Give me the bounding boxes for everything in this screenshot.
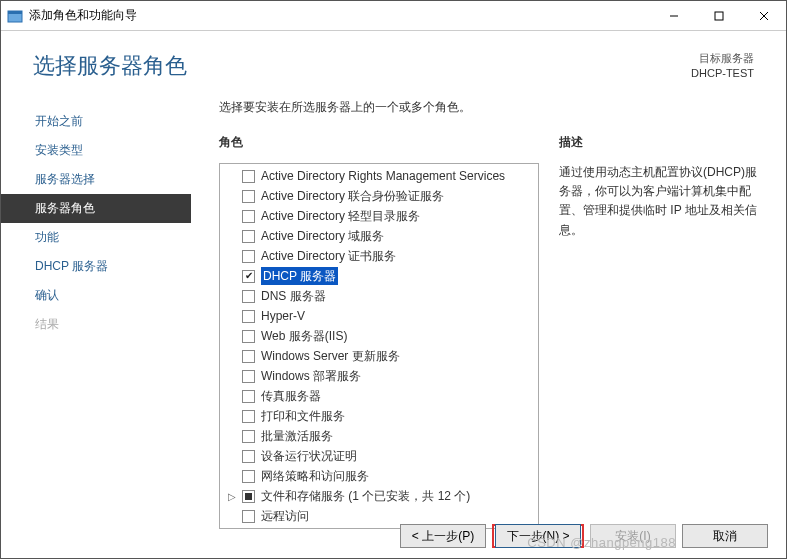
target-server-host: DHCP-TEST xyxy=(691,66,754,81)
install-button: 安装(I) xyxy=(590,524,676,548)
wizard-sidebar: 开始之前安装类型服务器选择服务器角色功能DHCP 服务器确认结果 xyxy=(1,89,191,529)
role-label: Active Directory 轻型目录服务 xyxy=(261,207,420,225)
svg-rect-1 xyxy=(8,11,22,14)
cancel-button[interactable]: 取消 xyxy=(682,524,768,548)
expander-icon[interactable]: ▷ xyxy=(226,489,238,504)
sidebar-item-2[interactable]: 服务器选择 xyxy=(1,165,191,194)
role-label: Active Directory 证书服务 xyxy=(261,247,396,265)
role-label: 打印和文件服务 xyxy=(261,407,345,425)
roles-list[interactable]: Active Directory Rights Management Servi… xyxy=(219,163,539,529)
role-checkbox[interactable] xyxy=(242,490,255,503)
role-checkbox[interactable] xyxy=(242,230,255,243)
role-row-16[interactable]: ▷文件和存储服务 (1 个已安装，共 12 个) xyxy=(220,486,538,506)
window-controls xyxy=(651,1,786,30)
role-label: Windows Server 更新服务 xyxy=(261,347,400,365)
sidebar-item-4[interactable]: 功能 xyxy=(1,223,191,252)
role-row-7[interactable]: Hyper-V xyxy=(220,306,538,326)
svg-rect-3 xyxy=(715,12,723,20)
role-checkbox[interactable] xyxy=(242,170,255,183)
role-label: Active Directory 联合身份验证服务 xyxy=(261,187,444,205)
role-label: DNS 服务器 xyxy=(261,287,326,305)
role-checkbox[interactable] xyxy=(242,350,255,363)
role-row-5[interactable]: DHCP 服务器 xyxy=(220,266,538,286)
role-row-2[interactable]: Active Directory 轻型目录服务 xyxy=(220,206,538,226)
role-label: 网络策略和访问服务 xyxy=(261,467,369,485)
role-row-12[interactable]: 打印和文件服务 xyxy=(220,406,538,426)
role-label: Active Directory 域服务 xyxy=(261,227,384,245)
next-button-highlight: 下一步(N) > xyxy=(492,524,584,548)
role-row-4[interactable]: Active Directory 证书服务 xyxy=(220,246,538,266)
role-checkbox[interactable] xyxy=(242,410,255,423)
roles-heading: 角色 xyxy=(219,134,539,151)
prev-button[interactable]: < 上一步(P) xyxy=(400,524,486,548)
window-title: 添加角色和功能向导 xyxy=(29,7,137,24)
role-row-14[interactable]: 设备运行状况证明 xyxy=(220,446,538,466)
description-text: 通过使用动态主机配置协议(DHCP)服务器，你可以为客户端计算机集中配置、管理和… xyxy=(559,163,768,240)
sidebar-item-3[interactable]: 服务器角色 xyxy=(1,194,191,223)
description-column: 描述 通过使用动态主机配置协议(DHCP)服务器，你可以为客户端计算机集中配置、… xyxy=(539,134,776,529)
next-button[interactable]: 下一步(N) > xyxy=(495,524,581,548)
wizard-content: 选择要安装在所选服务器上的一个或多个角色。 角色 Active Director… xyxy=(191,89,786,529)
role-checkbox[interactable] xyxy=(242,250,255,263)
role-label: 传真服务器 xyxy=(261,387,321,405)
role-checkbox[interactable] xyxy=(242,510,255,523)
role-row-0[interactable]: Active Directory Rights Management Servi… xyxy=(220,166,538,186)
role-checkbox[interactable] xyxy=(242,190,255,203)
wizard-header: 选择服务器角色 目标服务器 DHCP-TEST xyxy=(1,31,786,89)
role-row-15[interactable]: 网络策略和访问服务 xyxy=(220,466,538,486)
role-label: Active Directory Rights Management Servi… xyxy=(261,167,505,185)
sidebar-item-1[interactable]: 安装类型 xyxy=(1,136,191,165)
role-row-13[interactable]: 批量激活服务 xyxy=(220,426,538,446)
sidebar-item-6[interactable]: 确认 xyxy=(1,281,191,310)
minimize-button[interactable] xyxy=(651,1,696,30)
roles-column: 角色 Active Directory Rights Management Se… xyxy=(219,134,539,529)
role-label: 远程桌面服务 xyxy=(261,527,333,529)
page-title: 选择服务器角色 xyxy=(33,51,187,81)
role-checkbox[interactable] xyxy=(242,450,255,463)
role-row-6[interactable]: DNS 服务器 xyxy=(220,286,538,306)
role-row-9[interactable]: Windows Server 更新服务 xyxy=(220,346,538,366)
role-label: Web 服务器(IIS) xyxy=(261,327,347,345)
role-row-17[interactable]: 远程访问 xyxy=(220,506,538,526)
app-icon xyxy=(7,8,23,24)
wizard-footer: < 上一步(P) 下一步(N) > 安装(I) 取消 xyxy=(400,524,768,548)
role-checkbox[interactable] xyxy=(242,370,255,383)
role-checkbox[interactable] xyxy=(242,290,255,303)
role-checkbox[interactable] xyxy=(242,270,255,283)
role-row-8[interactable]: Web 服务器(IIS) xyxy=(220,326,538,346)
role-label: 文件和存储服务 (1 个已安装，共 12 个) xyxy=(261,487,470,505)
role-label: 设备运行状况证明 xyxy=(261,447,357,465)
role-row-11[interactable]: 传真服务器 xyxy=(220,386,538,406)
role-checkbox[interactable] xyxy=(242,470,255,483)
role-checkbox[interactable] xyxy=(242,430,255,443)
sidebar-item-7: 结果 xyxy=(1,310,191,339)
target-server-label: 目标服务器 xyxy=(691,51,754,66)
wizard-main: 开始之前安装类型服务器选择服务器角色功能DHCP 服务器确认结果 选择要安装在所… xyxy=(1,89,786,529)
target-server-box: 目标服务器 DHCP-TEST xyxy=(691,51,754,81)
role-checkbox[interactable] xyxy=(242,310,255,323)
role-label: 远程访问 xyxy=(261,507,309,525)
role-checkbox[interactable] xyxy=(242,210,255,223)
intro-text: 选择要安装在所选服务器上的一个或多个角色。 xyxy=(219,99,776,116)
role-row-1[interactable]: Active Directory 联合身份验证服务 xyxy=(220,186,538,206)
role-checkbox[interactable] xyxy=(242,330,255,343)
role-label: Windows 部署服务 xyxy=(261,367,361,385)
role-row-3[interactable]: Active Directory 域服务 xyxy=(220,226,538,246)
sidebar-item-0[interactable]: 开始之前 xyxy=(1,107,191,136)
role-label: DHCP 服务器 xyxy=(261,267,338,285)
role-label: Hyper-V xyxy=(261,307,305,325)
sidebar-item-5[interactable]: DHCP 服务器 xyxy=(1,252,191,281)
role-row-10[interactable]: Windows 部署服务 xyxy=(220,366,538,386)
maximize-button[interactable] xyxy=(696,1,741,30)
titlebar: 添加角色和功能向导 xyxy=(1,1,786,31)
description-heading: 描述 xyxy=(559,134,768,151)
role-label: 批量激活服务 xyxy=(261,427,333,445)
role-checkbox[interactable] xyxy=(242,390,255,403)
close-button[interactable] xyxy=(741,1,786,30)
